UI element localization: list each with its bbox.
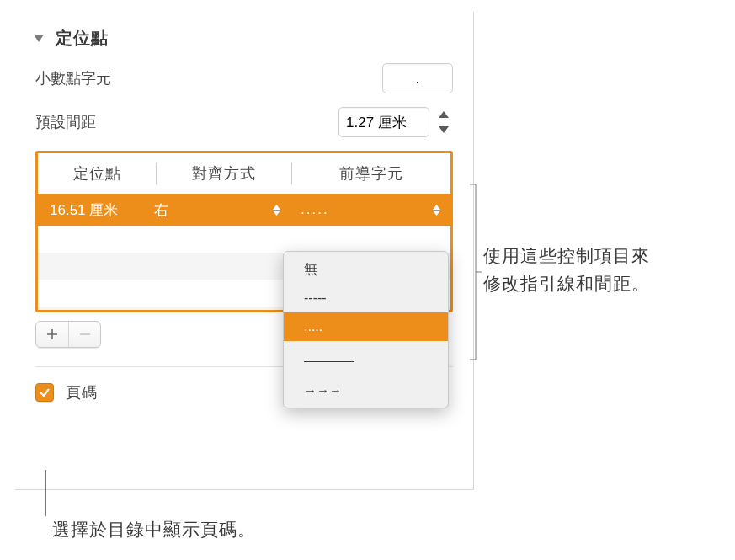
checkmark-icon xyxy=(39,387,51,398)
arrows-icon: →→→ xyxy=(304,383,342,397)
spacing-stepper xyxy=(434,107,453,137)
alignment-value: 右 xyxy=(154,200,168,220)
stepper-up-button[interactable] xyxy=(434,107,453,122)
callout-bracket-right xyxy=(470,184,482,360)
section-title: 定位點 xyxy=(56,27,109,50)
callout-text-right: 使用這些控制項目來 修改指引線和間距。 xyxy=(483,243,650,297)
dropdown-option-dots[interactable]: ..... xyxy=(284,312,448,341)
spacing-control xyxy=(338,107,453,137)
dropdown-option-dashes[interactable]: ----- xyxy=(284,284,448,312)
decimal-char-input[interactable] xyxy=(382,63,453,93)
add-tab-button[interactable] xyxy=(36,322,68,347)
spacing-label: 預設間距 xyxy=(35,112,96,132)
leader-value: ..... xyxy=(301,201,329,218)
updown-chevrons-icon xyxy=(433,205,440,216)
callout-text-bottom: 選擇於目錄中顯示頁碼。 xyxy=(52,518,256,541)
plus-icon xyxy=(46,328,58,340)
decimal-char-row: 小數點字元 xyxy=(35,63,453,93)
disclosure-triangle-icon xyxy=(34,35,44,42)
stepper-down-button[interactable] xyxy=(434,122,453,137)
svg-marker-5 xyxy=(433,211,440,216)
dropdown-separator xyxy=(284,344,448,344)
column-header-alignment: 對齊方式 xyxy=(157,163,291,184)
updown-chevrons-icon xyxy=(273,205,280,216)
remove-tab-button[interactable] xyxy=(68,322,100,347)
svg-marker-1 xyxy=(439,126,449,133)
tab-leader-cell[interactable]: ..... xyxy=(290,201,450,218)
svg-marker-0 xyxy=(439,111,449,118)
page-number-label: 頁碼 xyxy=(66,382,98,403)
column-header-leader: 前導字元 xyxy=(292,163,450,184)
svg-marker-2 xyxy=(273,205,280,210)
callout-right-line1: 使用這些控制項目來 xyxy=(483,243,650,270)
callout-right-line2: 修改指引線和間距。 xyxy=(483,270,650,298)
dropdown-option-arrows[interactable]: →→→ xyxy=(284,376,448,404)
underline-icon xyxy=(304,361,354,362)
spacing-input[interactable] xyxy=(338,107,429,137)
decimal-label: 小數點字元 xyxy=(35,68,111,88)
column-header-position: 定位點 xyxy=(38,163,156,184)
callout-line-bottom xyxy=(45,470,46,516)
section-header[interactable]: 定位點 xyxy=(35,27,453,50)
add-remove-group xyxy=(35,321,101,348)
chevron-down-icon xyxy=(439,126,449,133)
leader-dropdown: 無 ----- ..... →→→ xyxy=(283,251,449,408)
svg-marker-3 xyxy=(273,211,280,216)
minus-icon xyxy=(79,328,91,340)
chevron-up-icon xyxy=(439,111,449,118)
table-row[interactable]: 16.51 厘米 右 ..... xyxy=(38,194,450,226)
dropdown-option-none[interactable]: 無 xyxy=(284,255,448,284)
svg-marker-4 xyxy=(433,205,440,210)
default-spacing-row: 預設間距 xyxy=(35,107,453,137)
dropdown-option-underline[interactable] xyxy=(284,347,448,376)
tabs-table-header: 定位點 對齊方式 前導字元 xyxy=(38,153,450,194)
tab-alignment-cell[interactable]: 右 xyxy=(154,200,290,220)
tab-position-cell[interactable]: 16.51 厘米 xyxy=(38,200,154,220)
page-number-checkbox[interactable] xyxy=(35,383,54,402)
